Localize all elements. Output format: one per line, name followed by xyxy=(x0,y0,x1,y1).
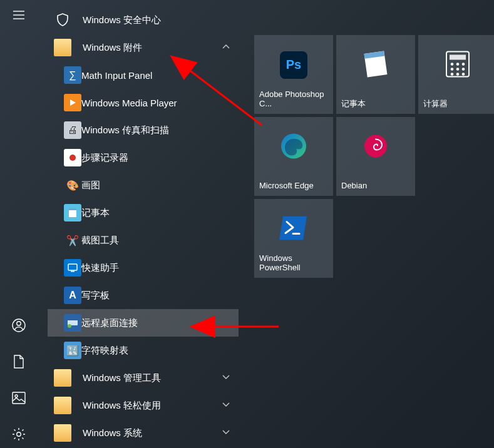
tile-label: Microsoft Edge xyxy=(259,181,328,191)
menu-icon xyxy=(13,9,25,21)
app-notepad[interactable]: 记事本 xyxy=(48,199,239,227)
app-windows-security[interactable]: Windows 安全中心 xyxy=(48,6,239,34)
paint-icon: 🎨 xyxy=(64,176,81,194)
app-label: Windows 传真和扫描 xyxy=(81,125,169,136)
math-icon: ∑ xyxy=(64,66,81,84)
tile-calculator[interactable]: 计算器 xyxy=(418,35,494,114)
app-label: Windows 安全中心 xyxy=(83,14,161,26)
app-steps-recorder[interactable]: 步骤记录器 xyxy=(48,144,239,171)
svg-point-23 xyxy=(462,63,465,66)
app-snipping-tool[interactable]: ✂️ 截图工具 xyxy=(48,227,239,254)
folder-windows-system[interactable]: Windows 系统 xyxy=(48,419,239,447)
tile-powershell[interactable]: Windows PowerShell xyxy=(254,199,333,278)
tile-edge[interactable]: Microsoft Edge xyxy=(254,117,333,196)
svg-point-7 xyxy=(17,432,21,436)
svg-point-26 xyxy=(462,68,465,71)
folder-icon xyxy=(54,369,71,387)
svg-point-21 xyxy=(451,63,454,66)
svg-rect-20 xyxy=(450,54,466,59)
svg-point-28 xyxy=(456,73,460,76)
svg-marker-8 xyxy=(70,99,76,106)
folder-label: Windows 系统 xyxy=(83,427,142,439)
tile-label: Windows PowerShell xyxy=(259,253,328,273)
app-label: 记事本 xyxy=(81,207,110,219)
hamburger-button[interactable] xyxy=(0,0,38,30)
svg-rect-15 xyxy=(68,318,78,320)
powershell-icon xyxy=(279,216,308,242)
svg-point-29 xyxy=(462,73,465,76)
svg-point-24 xyxy=(451,68,454,71)
app-windows-media-player[interactable]: Windows Media Player xyxy=(48,89,239,116)
charmap-icon: 🔣 xyxy=(64,342,81,359)
tile-debian[interactable]: Debian xyxy=(336,117,415,196)
user-icon xyxy=(12,318,26,332)
edge-icon xyxy=(280,132,307,161)
tile-label: Adobe Photoshop C... xyxy=(259,89,328,109)
app-quick-assist[interactable]: 快速助手 xyxy=(48,254,239,282)
svg-point-25 xyxy=(456,68,460,71)
tile-label: 记事本 xyxy=(341,99,410,109)
app-character-map[interactable]: 🔣 字符映射表 xyxy=(48,337,239,364)
app-fax-scan[interactable]: 🖨 Windows 传真和扫描 xyxy=(48,116,239,144)
app-label: 画图 xyxy=(81,180,100,191)
svg-rect-11 xyxy=(69,208,76,210)
quick-assist-icon xyxy=(64,259,81,277)
user-button[interactable] xyxy=(0,310,38,340)
svg-point-22 xyxy=(456,63,460,66)
folder-accessories[interactable]: Windows 附件 xyxy=(48,34,239,61)
scissors-icon: ✂️ xyxy=(64,232,81,249)
steps-icon xyxy=(64,149,81,166)
calculator-icon xyxy=(445,50,470,79)
notepad-icon xyxy=(363,49,388,80)
app-label: Windows Media Player xyxy=(81,98,177,108)
app-label: 字符映射表 xyxy=(81,345,128,357)
svg-point-6 xyxy=(15,395,18,397)
wordpad-icon: A xyxy=(64,287,81,304)
chevron-down-icon xyxy=(222,373,230,383)
svg-point-4 xyxy=(17,322,21,325)
chevron-down-icon xyxy=(222,400,230,410)
tile-notepad[interactable]: 记事本 xyxy=(336,35,415,114)
svg-rect-12 xyxy=(68,264,77,270)
app-math-input-panel[interactable]: ∑ Math Input Panel xyxy=(48,61,239,89)
app-label: Math Input Panel xyxy=(81,70,152,81)
app-wordpad[interactable]: A 写字板 xyxy=(48,282,239,309)
svg-point-31 xyxy=(364,135,387,157)
document-icon xyxy=(13,355,25,369)
app-label: 步骤记录器 xyxy=(81,152,128,164)
tile-label: Debian xyxy=(341,181,410,191)
photoshop-icon: Ps xyxy=(280,51,307,79)
rdp-icon xyxy=(64,314,81,332)
chevron-down-icon xyxy=(222,428,230,438)
folder-ease-of-access[interactable]: Windows 轻松使用 xyxy=(48,392,239,419)
tile-photoshop[interactable]: Ps Adobe Photoshop C... xyxy=(254,35,333,114)
folder-label: Windows 管理工具 xyxy=(83,372,161,384)
documents-button[interactable] xyxy=(0,347,38,377)
app-remote-desktop[interactable]: 远程桌面连接 xyxy=(48,309,239,337)
settings-button[interactable] xyxy=(0,419,38,448)
nav-rail xyxy=(0,0,38,448)
folder-icon xyxy=(54,39,71,56)
app-label: 远程桌面连接 xyxy=(81,317,138,329)
folder-admin-tools[interactable]: Windows 管理工具 xyxy=(48,364,239,392)
wmp-icon xyxy=(64,94,81,111)
chevron-up-icon xyxy=(222,43,230,53)
svg-point-16 xyxy=(68,324,71,328)
notepad-icon xyxy=(64,204,81,221)
folder-icon xyxy=(54,424,71,442)
svg-point-9 xyxy=(69,155,76,161)
pictures-button[interactable] xyxy=(0,383,38,413)
debian-icon xyxy=(363,133,388,160)
app-paint[interactable]: 🎨 画图 xyxy=(48,171,239,199)
picture-icon xyxy=(12,392,26,404)
svg-rect-5 xyxy=(13,392,25,404)
app-label: 快速助手 xyxy=(81,262,119,274)
fax-icon: 🖨 xyxy=(64,121,81,139)
app-label: 写字板 xyxy=(81,290,110,302)
folder-icon xyxy=(54,397,71,414)
tile-label: 计算器 xyxy=(423,99,492,109)
gear-icon xyxy=(12,427,26,441)
folder-label: Windows 轻松使用 xyxy=(83,400,161,412)
app-list: Windows 安全中心 Windows 附件 ∑ Math Input Pan… xyxy=(48,6,239,447)
svg-point-27 xyxy=(451,73,454,76)
